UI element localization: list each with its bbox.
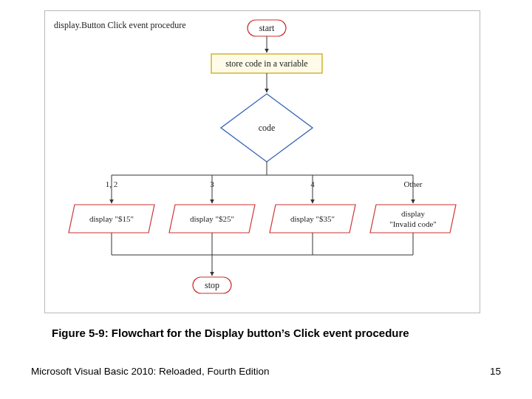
io-text-line2: "Invalid code" (389, 219, 437, 228)
decision-label: code (259, 123, 276, 133)
footer-source: Microsoft Visual Basic 2010: Reloaded, F… (31, 366, 269, 377)
io-text-line1: display (401, 209, 425, 218)
io-text: display "$35" (290, 214, 335, 223)
flowchart-svg: start store code in a variable code 1, 2… (45, 11, 480, 313)
stop-node: stop (193, 277, 231, 293)
start-node: start (248, 20, 286, 36)
store-node: store code in a variable (211, 54, 322, 73)
branch-3: 4 display "$35" (270, 175, 355, 255)
decision-node: code (221, 94, 313, 162)
branch-4: Other display "Invalid code" (370, 175, 456, 255)
diagram-frame: display.Button Click event procedure sta… (44, 10, 480, 313)
io-text: display "$25" (190, 214, 234, 223)
io-text: display "$15" (89, 214, 134, 223)
branch-1: 1, 2 display "$15" (69, 175, 154, 255)
page-number: 15 (490, 366, 501, 377)
start-label: start (259, 23, 275, 33)
figure-caption: Figure 5-9: Flowchart for the Display bu… (52, 327, 409, 339)
store-label: store code in a variable (225, 58, 307, 69)
stop-label: stop (205, 280, 219, 290)
branch-2: 3 display "$25" (169, 175, 255, 255)
